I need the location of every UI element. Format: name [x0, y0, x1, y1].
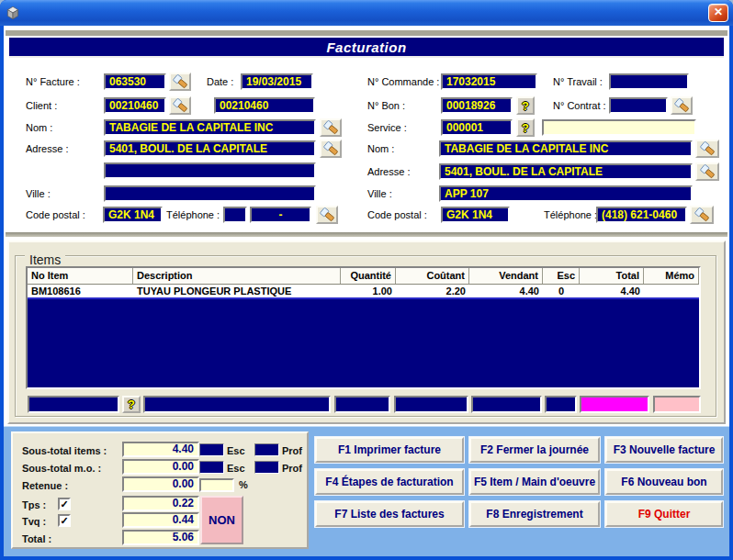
service-help-button[interactable]: ?: [516, 118, 535, 137]
close-button[interactable]: ✕: [708, 4, 728, 22]
titlebar[interactable]: ✕: [0, 0, 733, 26]
retenue-percent-field[interactable]: [199, 478, 234, 492]
tps-field[interactable]: 0.22: [122, 496, 199, 511]
f3-nouvelle-facture-button[interactable]: F3 Nouvelle facture: [605, 437, 723, 463]
sous-total-mo-field[interactable]: 0.00: [122, 459, 199, 475]
entry-description-field[interactable]: [143, 396, 331, 413]
col-description[interactable]: Description: [133, 268, 341, 284]
commande-field[interactable]: 17032015: [441, 73, 537, 90]
col-vendant[interactable]: Vendant: [469, 268, 543, 284]
sous-total-mo-label: Sous-total m.o. :: [22, 461, 101, 476]
col-memo[interactable]: Mémo: [644, 268, 699, 284]
travail-field[interactable]: [609, 73, 689, 90]
service-desc-field[interactable]: [542, 119, 696, 136]
total-field[interactable]: 5.06: [122, 530, 199, 545]
code-postal-field[interactable]: G2K 1N4: [103, 207, 163, 223]
date-field[interactable]: 19/03/2015: [241, 73, 313, 90]
nom-label: Nom :: [26, 119, 52, 136]
nom-field[interactable]: TABAGIE DE LA CAPITALE INC: [104, 119, 316, 136]
contrat-search-button[interactable]: [671, 96, 693, 115]
flashlight-icon: [321, 141, 340, 156]
cell-description: TUYAU PLONGEUR PLASTIQUE: [133, 285, 341, 297]
client-field[interactable]: 00210460: [104, 97, 166, 114]
f9-quitter-button[interactable]: F9 Quitter: [605, 501, 723, 527]
f8-enregistrement-button[interactable]: F8 Enregistrement: [469, 501, 600, 527]
nom-search-button[interactable]: [320, 118, 342, 137]
prof-items-field[interactable]: [254, 443, 279, 456]
entry-no-item-field[interactable]: [28, 396, 119, 413]
f2-fermer-journee-button[interactable]: F2 Fermer la journée: [469, 437, 600, 463]
cell-total: 4.40: [580, 285, 644, 297]
cell-esc: 0: [543, 285, 580, 297]
flashlight-icon: [171, 74, 189, 89]
facture-search-button[interactable]: [169, 73, 191, 91]
contrat-field[interactable]: [609, 97, 668, 114]
flashlight-icon: [698, 141, 716, 156]
prof-items-label: Prof: [282, 443, 302, 458]
header-divider: [6, 30, 727, 36]
code-postal2-label: Code postal :: [367, 207, 427, 223]
adresse-field[interactable]: 5401, BOUL. DE LA CAPITALE: [104, 140, 316, 157]
col-quantite[interactable]: Quantité: [341, 268, 396, 284]
esc-items-field[interactable]: [199, 443, 224, 456]
entry-memo-field[interactable]: [653, 396, 701, 413]
entry-vendant-field[interactable]: [471, 396, 542, 413]
esc-mo-field[interactable]: [199, 461, 224, 474]
entry-quantite-field[interactable]: [334, 396, 390, 413]
prof-mo-field[interactable]: [254, 461, 279, 474]
col-esc[interactable]: Esc: [543, 268, 580, 284]
telephone-field[interactable]: -: [250, 207, 311, 223]
nom2-field[interactable]: TABAGIE DE LA CAPITALE INC: [439, 140, 693, 157]
app-window: ✕ Facturation N° Facture : 063530 Date :…: [0, 0, 733, 560]
f6-nouveau-bon-button[interactable]: F6 Nouveau bon: [605, 469, 723, 495]
f7-liste-factures-button[interactable]: F7 Liste des factures: [315, 501, 464, 527]
entry-help-button[interactable]: ?: [122, 396, 141, 413]
total-label: Total :: [22, 532, 51, 546]
prof-mo-label: Prof: [282, 461, 302, 476]
adresse2-field[interactable]: [104, 162, 316, 179]
sous-total-items-field[interactable]: 4.40: [122, 442, 199, 457]
telephone2-search-button[interactable]: [690, 206, 714, 224]
retenue-label: Retenue :: [22, 478, 68, 493]
ville2-field[interactable]: APP 107: [439, 185, 693, 202]
f1-imprimer-facture-button[interactable]: F1 Imprimer facture: [315, 437, 464, 463]
adresse2-search-button[interactable]: [695, 162, 719, 181]
telephone-area-field[interactable]: [223, 207, 247, 223]
facture-field[interactable]: 063530: [104, 73, 166, 90]
adresse2-right-field[interactable]: 5401, BOUL. DE LA CAPITALE: [439, 163, 693, 180]
col-total[interactable]: Total: [580, 268, 644, 284]
client-search-button[interactable]: [169, 96, 191, 115]
tvq-checkbox[interactable]: ✓: [58, 514, 71, 527]
service-field[interactable]: 000001: [441, 119, 513, 136]
non-button[interactable]: NON: [200, 496, 243, 544]
col-coutant[interactable]: Coûtant: [396, 268, 469, 284]
entry-total-field[interactable]: [580, 396, 649, 413]
table-row[interactable]: BM108616 TUYAU PLONGEUR PLASTIQUE 1.00 2…: [28, 285, 699, 299]
client-label: Client :: [26, 97, 57, 114]
client-code-field[interactable]: 00210460: [214, 97, 315, 114]
code-postal2-field[interactable]: G2K 1N4: [441, 207, 510, 223]
service-label: Service :: [367, 119, 407, 136]
telephone-search-button[interactable]: [316, 206, 338, 224]
flashlight-icon: [698, 164, 716, 179]
adresse-search-button[interactable]: [320, 140, 342, 158]
nom2-search-button[interactable]: [695, 140, 719, 158]
sous-total-items-label: Sous-total items :: [22, 443, 107, 458]
bon-help-button[interactable]: ?: [516, 96, 535, 115]
entry-esc-field[interactable]: [545, 396, 577, 413]
bon-field[interactable]: 00018926: [441, 97, 513, 114]
entry-coutant-field[interactable]: [394, 396, 468, 413]
esc-mo-label: Esc: [227, 461, 245, 476]
ville-field[interactable]: [104, 185, 316, 202]
tvq-field[interactable]: 0.44: [122, 512, 199, 528]
cell-vendant: 4.40: [469, 285, 543, 297]
tps-checkbox[interactable]: ✓: [58, 498, 71, 510]
travail-label: N° Travail :: [553, 73, 603, 90]
tps-label: Tps :: [22, 498, 46, 512]
telephone2-field[interactable]: (418) 621-0460: [596, 207, 687, 223]
f4-etapes-facturation-button[interactable]: F4 Étapes de facturation: [315, 469, 464, 495]
ville2-label: Ville :: [367, 185, 392, 202]
f5-item-main-oeuvre-button[interactable]: F5 Item / Main d'oeuvre: [469, 469, 600, 495]
retenue-field[interactable]: 0.00: [122, 476, 199, 492]
col-no-item[interactable]: No Item: [28, 268, 133, 284]
